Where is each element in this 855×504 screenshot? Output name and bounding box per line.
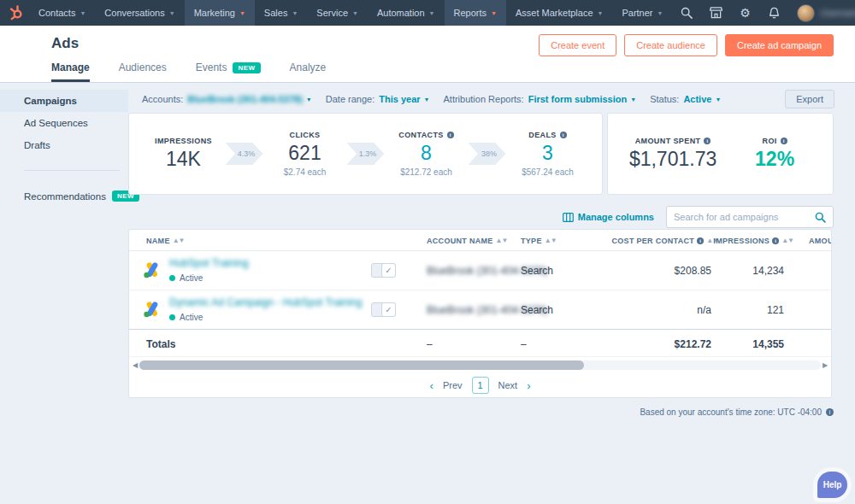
- sidebar-item-label: Recommendations: [24, 191, 106, 202]
- pagination: ‹ Prev 1 Next ›: [129, 372, 831, 398]
- info-icon[interactable]: i: [447, 132, 454, 138]
- status-dot-icon: [169, 314, 175, 320]
- date-range-dropdown[interactable]: This year ▼: [379, 94, 429, 104]
- column-header-amount-spent[interactable]: AMOUNT SPENT: [809, 230, 832, 251]
- column-label: COST PER CONTACT: [612, 237, 695, 245]
- nav-item-asset-marketplace[interactable]: Asset Marketplace ▼: [506, 0, 612, 26]
- metric-value: 3: [511, 142, 585, 165]
- sidebar-item-recommendations[interactable]: Recommendations NEW: [0, 185, 128, 208]
- help-button[interactable]: Help: [817, 472, 847, 498]
- sidebar-item-ad-sequences[interactable]: Ad Sequences: [0, 112, 128, 134]
- tab-manage[interactable]: Manage: [51, 62, 90, 82]
- avatar: [797, 4, 815, 22]
- user-menu[interactable]: Username ▼: [788, 4, 855, 22]
- info-icon[interactable]: i: [560, 132, 567, 138]
- totals-type: –: [521, 338, 527, 350]
- nav-label: Automation: [377, 8, 425, 18]
- chevron-down-icon: ▼: [657, 10, 663, 16]
- nav-item-automation[interactable]: Automation ▼: [368, 0, 445, 26]
- status-dropdown[interactable]: Active ▼: [683, 94, 721, 104]
- scrollbar-thumb[interactable]: [139, 360, 584, 370]
- timezone-note: Based on your account's time zone: UTC -…: [640, 407, 834, 417]
- campaign-status: Active: [169, 273, 249, 283]
- current-page[interactable]: 1: [472, 377, 489, 394]
- manage-columns-label: Manage columns: [578, 212, 654, 222]
- status-label: Status:: [650, 94, 679, 104]
- nav-item-service[interactable]: Service ▼: [307, 0, 368, 26]
- scroll-right-icon[interactable]: ▶: [821, 361, 829, 369]
- info-icon[interactable]: i: [772, 237, 779, 244]
- sidebar: Campaigns Ad Sequences Drafts Recommenda…: [0, 83, 128, 208]
- tab-events[interactable]: Events NEW: [196, 62, 261, 82]
- prev-chevron-icon[interactable]: ‹: [430, 380, 433, 391]
- campaign-toggle[interactable]: ✓: [371, 302, 396, 317]
- nav-label: Reports: [454, 8, 487, 18]
- column-label: TYPE: [521, 237, 542, 245]
- attribution-dropdown[interactable]: First form submission ▼: [528, 94, 636, 104]
- totals-row: Totals – – $212.72 14,355: [129, 329, 831, 357]
- column-header-account-name[interactable]: ACCOUNT NAME ▲▼: [427, 230, 507, 251]
- search-icon[interactable]: [672, 0, 701, 26]
- nav-right-icons: ⚙ Username ▼: [672, 0, 855, 26]
- google-ads-icon: [143, 261, 162, 278]
- campaign-name-link[interactable]: HubSpot Training: [169, 257, 249, 269]
- create-audience-button[interactable]: Create audience: [624, 34, 717, 56]
- chevron-down-icon: ▼: [598, 10, 604, 16]
- create-event-button[interactable]: Create event: [539, 34, 616, 56]
- check-icon: ✓: [381, 302, 396, 317]
- nav-item-conversations[interactable]: Conversations ▼: [95, 0, 184, 26]
- column-label: ACCOUNT NAME: [427, 237, 493, 245]
- nav-item-reports[interactable]: Reports ▼: [445, 0, 506, 26]
- sidebar-item-campaigns[interactable]: Campaigns: [0, 90, 128, 112]
- export-button[interactable]: Export: [785, 90, 834, 108]
- chevron-down-icon: ▼: [630, 97, 636, 103]
- page-title: Ads: [51, 35, 79, 52]
- nav-label: Partner: [622, 8, 652, 18]
- info-icon[interactable]: i: [697, 237, 704, 244]
- nav-item-partner[interactable]: Partner ▼: [612, 0, 672, 26]
- campaign-toggle[interactable]: ✓: [371, 263, 396, 278]
- funnel-arrow-icon: 1.3%: [347, 143, 385, 165]
- nav-label: Conversations: [104, 8, 164, 18]
- metric-value: 14K: [147, 148, 221, 171]
- tab-analyze[interactable]: Analyze: [290, 62, 327, 82]
- scroll-left-icon[interactable]: ◀: [131, 361, 139, 369]
- chevron-down-icon: ▼: [306, 97, 312, 103]
- accounts-dropdown[interactable]: BlueBrook (301-404-5378) ▼: [187, 94, 311, 104]
- next-button[interactable]: Next: [498, 380, 518, 390]
- metric-sub: $2.74 each: [268, 167, 342, 177]
- column-header-cost-per-contact[interactable]: COST PER CONTACT i ▲▼: [612, 230, 718, 251]
- nav-item-marketing[interactable]: Marketing ▼: [185, 0, 255, 26]
- notifications-bell-icon[interactable]: [759, 0, 788, 26]
- new-badge: NEW: [233, 62, 260, 73]
- sidebar-item-drafts[interactable]: Drafts: [0, 134, 128, 156]
- header-buttons: Create event Create audience Create ad c…: [539, 34, 834, 56]
- chevron-down-icon: ▼: [424, 97, 430, 103]
- info-icon[interactable]: i: [704, 138, 711, 144]
- info-icon[interactable]: i: [826, 408, 834, 416]
- nav-label: Marketing: [194, 8, 235, 18]
- prev-button[interactable]: Prev: [443, 380, 463, 390]
- settings-gear-icon[interactable]: ⚙: [730, 0, 759, 26]
- nav-item-sales[interactable]: Sales ▼: [255, 0, 307, 26]
- campaign-name-link[interactable]: Dynamic Ad Campaign - HubSpot Training: [169, 296, 362, 308]
- scrollbar-track[interactable]: [139, 360, 821, 370]
- search-input[interactable]: [674, 212, 815, 222]
- create-ad-campaign-button[interactable]: Create ad campaign: [725, 34, 834, 56]
- column-header-name[interactable]: NAME ▲▼: [146, 230, 185, 251]
- status-label: Active: [180, 273, 203, 283]
- marketplace-icon[interactable]: [701, 0, 730, 26]
- hubspot-logo-icon[interactable]: [9, 5, 24, 21]
- search-icon[interactable]: [815, 212, 826, 223]
- timezone-text: Based on your account's time zone: UTC -…: [640, 407, 822, 417]
- campaign-cell: Dynamic Ad Campaign - HubSpot Training A…: [143, 296, 362, 322]
- next-chevron-icon[interactable]: ›: [527, 380, 530, 391]
- tab-audiences[interactable]: Audiences: [119, 62, 167, 82]
- tab-label: Audiences: [119, 62, 167, 73]
- manage-columns-button[interactable]: Manage columns: [563, 212, 654, 222]
- column-header-type[interactable]: TYPE ▲▼: [521, 230, 557, 251]
- column-label: IMPRESSIONS: [713, 237, 770, 245]
- nav-item-contacts[interactable]: Contacts ▼: [29, 0, 95, 26]
- column-header-impressions[interactable]: IMPRESSIONS i ▲▼: [713, 230, 793, 251]
- info-icon[interactable]: i: [781, 138, 787, 144]
